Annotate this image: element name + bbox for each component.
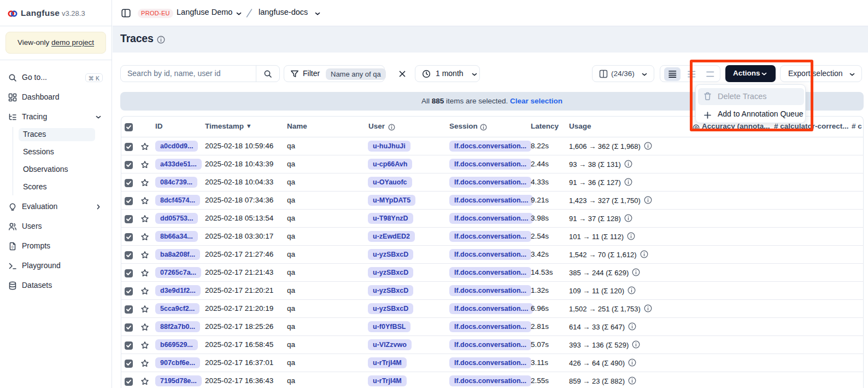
- svg-text:0: 0: [11, 245, 14, 249]
